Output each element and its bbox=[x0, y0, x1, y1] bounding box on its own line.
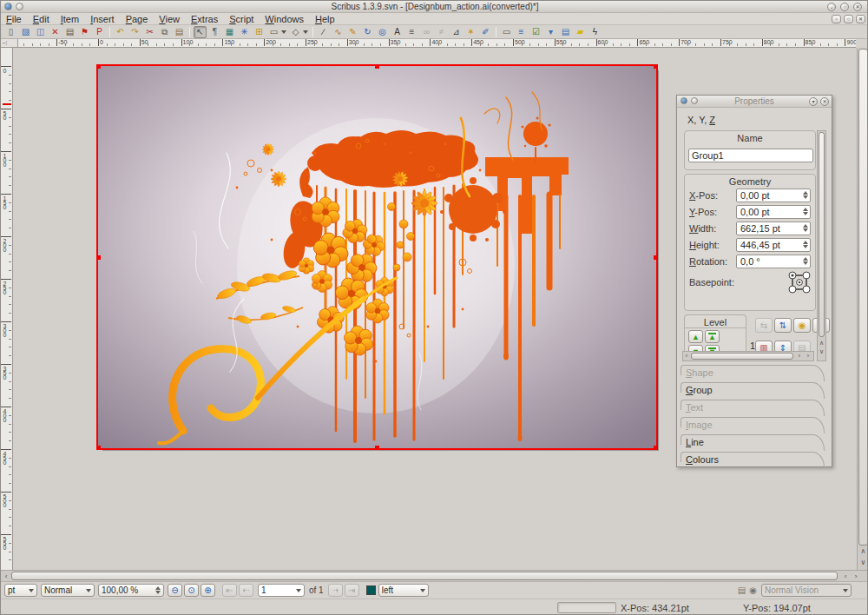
palette-scroll-down-icon[interactable]: ∨ bbox=[818, 347, 825, 356]
close-document-icon[interactable]: ✕ bbox=[49, 26, 62, 38]
last-page-button[interactable]: ⇥ bbox=[345, 584, 359, 597]
edit-text-story-icon[interactable]: ≡ bbox=[405, 26, 418, 38]
flip-vertical-button[interactable]: ⇅ bbox=[774, 318, 792, 333]
link-text-frames-icon[interactable]: ∞ bbox=[420, 26, 433, 38]
scroll-up-icon[interactable]: ∧ bbox=[858, 546, 868, 556]
mdi-close-icon[interactable]: ✕ bbox=[856, 15, 865, 23]
insert-shape-dropdown-icon[interactable] bbox=[281, 30, 286, 34]
horizontal-scrollbar[interactable]: ‹ ‹ › bbox=[1, 570, 868, 581]
height-input[interactable]: 446,45 pt bbox=[736, 238, 811, 252]
pdf-combo-box-icon[interactable]: ▾ bbox=[544, 26, 557, 38]
first-page-button[interactable]: ⇤ bbox=[222, 584, 237, 597]
copy-properties-icon[interactable]: ✶ bbox=[464, 26, 477, 38]
tab-xyz[interactable]: X, Y, Z bbox=[687, 115, 715, 125]
mdi-minimize-icon[interactable]: ○ bbox=[844, 15, 853, 23]
insert-table-icon[interactable]: ⊞ bbox=[253, 26, 266, 38]
menu-item[interactable]: Item bbox=[61, 14, 79, 24]
scroll-left2-icon[interactable]: ‹ bbox=[841, 572, 850, 581]
spinner-icon[interactable] bbox=[803, 257, 808, 265]
new-document-icon[interactable]: ▯ bbox=[4, 26, 17, 38]
rotate-item-icon[interactable]: ↻ bbox=[361, 26, 374, 38]
pdf-text-field-icon[interactable]: ≡ bbox=[515, 26, 528, 38]
page-select[interactable]: 1 bbox=[258, 584, 305, 597]
zoom-default-button[interactable]: ⊙ bbox=[184, 584, 199, 597]
tab-line[interactable]: Line bbox=[681, 434, 828, 452]
palette-vertical-scrollbar[interactable]: ∧ ∨ bbox=[817, 130, 826, 361]
insert-text-frame-icon[interactable]: ¶ bbox=[208, 26, 221, 38]
visual-appearance-eye-icon[interactable]: ◉ bbox=[749, 585, 757, 595]
open-document-icon[interactable]: ▨ bbox=[19, 26, 32, 38]
menu-file[interactable]: File bbox=[6, 14, 22, 24]
measurements-icon[interactable]: ⊿ bbox=[450, 26, 463, 38]
scroll-down-icon[interactable]: ∨ bbox=[858, 558, 868, 567]
paste-icon[interactable]: ▤ bbox=[173, 26, 186, 38]
palette-vscroll-thumb[interactable] bbox=[819, 132, 825, 337]
previous-page-button[interactable]: ⇠ bbox=[239, 584, 253, 597]
xpos-input[interactable]: 0,00 pt bbox=[736, 188, 811, 202]
tab-group[interactable]: Group bbox=[681, 382, 828, 400]
unlink-text-frames-icon[interactable]: ≠ bbox=[435, 26, 448, 38]
properties-titlebar[interactable]: Properties ▾ ✕ bbox=[677, 96, 832, 108]
rotation-input[interactable]: 0,0 ° bbox=[736, 255, 811, 268]
preflight-verifier-icon[interactable]: ⚑ bbox=[78, 26, 91, 38]
insert-polygon-dropdown-icon[interactable] bbox=[303, 30, 308, 34]
width-input[interactable]: 662,15 pt bbox=[736, 222, 811, 235]
shade-icon[interactable]: ⌄ bbox=[827, 3, 836, 11]
zoom-spinbox[interactable]: 100,00 % bbox=[98, 584, 164, 597]
pdf-link-icon[interactable]: ϟ bbox=[589, 26, 602, 38]
spinner-icon[interactable] bbox=[803, 241, 808, 248]
unit-select[interactable]: pt bbox=[4, 584, 37, 597]
layer-select[interactable]: left bbox=[378, 584, 429, 597]
menu-page[interactable]: Page bbox=[126, 14, 148, 24]
select-item-icon[interactable]: ↖ bbox=[194, 26, 207, 38]
horizontal-scrollbar-thumb[interactable] bbox=[11, 572, 838, 580]
palette-shade-icon[interactable]: ▾ bbox=[809, 97, 818, 106]
zoom-spinner[interactable] bbox=[155, 586, 161, 594]
mdi-restore-icon[interactable]: ▫ bbox=[832, 15, 841, 23]
preview-mode-icon[interactable]: ▤ bbox=[738, 585, 746, 595]
level-raise-button[interactable]: ▲ bbox=[688, 330, 703, 343]
save-document-icon[interactable]: ◫ bbox=[34, 26, 47, 38]
vision-select[interactable]: Normal Vision bbox=[761, 584, 852, 597]
page[interactable] bbox=[98, 66, 656, 448]
pdf-list-box-icon[interactable]: ▤ bbox=[559, 26, 572, 38]
palette-pin-icon[interactable] bbox=[681, 97, 687, 104]
print-document-icon[interactable]: ▤ bbox=[63, 26, 76, 38]
menu-view[interactable]: View bbox=[159, 14, 180, 24]
menu-insert[interactable]: Insert bbox=[90, 14, 115, 24]
insert-image-frame-icon[interactable]: ▦ bbox=[223, 26, 236, 38]
menu-extras[interactable]: Extras bbox=[191, 14, 218, 24]
artwork-group1[interactable] bbox=[98, 66, 656, 448]
palette-scroll-right2-icon[interactable]: › bbox=[805, 352, 812, 360]
eye-dropper-icon[interactable]: ✐ bbox=[479, 26, 492, 38]
spinner-icon[interactable] bbox=[803, 224, 808, 232]
ypos-input[interactable]: 0,00 pt bbox=[736, 205, 811, 219]
spinner-icon[interactable] bbox=[803, 191, 808, 199]
maximize-icon[interactable]: ○ bbox=[840, 3, 849, 11]
flip-horizontal-button[interactable]: ⇆ bbox=[755, 318, 773, 333]
next-page-button[interactable]: ⇢ bbox=[328, 584, 343, 597]
name-input[interactable]: Group1 bbox=[688, 149, 813, 162]
palette-horizontal-scrollbar[interactable]: ‹ ‹ › bbox=[682, 351, 814, 361]
tab-colours[interactable]: Colours bbox=[681, 452, 828, 469]
app-menu-icon[interactable] bbox=[16, 3, 23, 10]
scroll-left-icon[interactable]: ‹ bbox=[2, 572, 10, 581]
menu-script[interactable]: Script bbox=[229, 14, 253, 24]
lock-object-button[interactable]: ◉ bbox=[793, 318, 811, 333]
insert-polygon-icon[interactable]: ◇ bbox=[289, 26, 302, 38]
zoom-in-button[interactable]: ⊕ bbox=[201, 584, 215, 597]
palette-scroll-left2-icon[interactable]: ‹ bbox=[796, 352, 803, 360]
scroll-right-icon[interactable]: › bbox=[852, 572, 860, 581]
palette-hscroll-thumb[interactable] bbox=[691, 353, 793, 360]
spinner-icon[interactable] bbox=[803, 208, 808, 215]
insert-render-frame-icon[interactable]: ✳ bbox=[238, 26, 251, 38]
palette-close-icon[interactable]: ✕ bbox=[820, 97, 829, 106]
titlebar[interactable]: Scribus 1.3.9.svn - [Designbum_action.ai… bbox=[1, 1, 868, 13]
pdf-check-box-icon[interactable]: ☑ bbox=[529, 26, 542, 38]
vertical-scrollbar[interactable]: ∧ ∨ bbox=[857, 48, 868, 570]
insert-shape-icon[interactable]: ▭ bbox=[267, 26, 280, 38]
ruler-origin[interactable]: ⌐¦ bbox=[1, 39, 18, 48]
zoom-tool-icon[interactable]: ◎ bbox=[376, 26, 389, 38]
zoom-out-button[interactable]: ⊖ bbox=[168, 584, 182, 597]
edit-contents-icon[interactable]: A bbox=[391, 26, 404, 38]
